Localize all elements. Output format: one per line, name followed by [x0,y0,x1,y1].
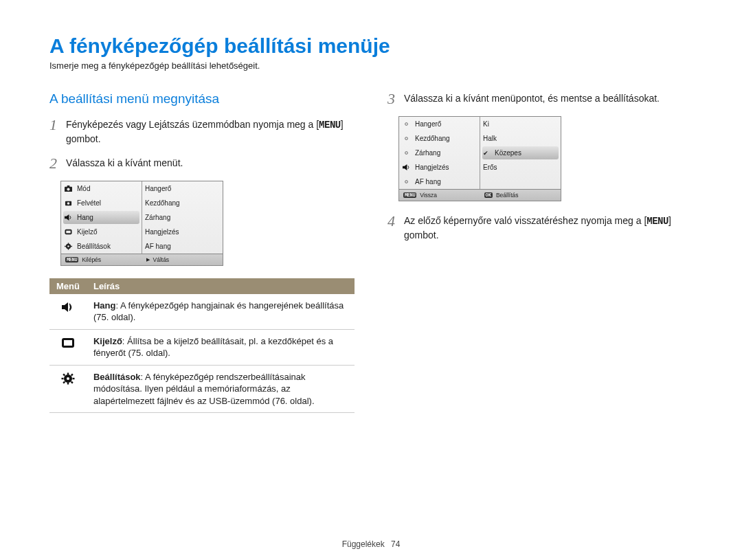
svg-marker-30 [403,164,407,170]
camera-menu-screenshot-2: Hangerő Kezdőhang Zárhang Hangjelzés AF … [398,116,561,201]
svg-rect-12 [65,245,66,246]
page-footer: Függelékek 74 [0,539,742,549]
step-number-1: 1 [49,117,66,133]
speaker-icon [49,294,87,330]
svg-point-18 [67,377,69,380]
row-desc: Beállítások: A fényképezőgép rendszerbeá… [87,365,355,413]
footer-section: Függelékek [342,539,385,549]
section-heading: A beállítási menü megnyitása [49,91,355,107]
cam2-option: Ki [480,117,561,131]
step-1-text: Fényképezés vagy Lejátszás üzemmódban ny… [66,117,355,146]
speaker-icon [64,214,73,221]
step-4: 4 Az előző képernyőre való visszatéréshe… [387,214,693,243]
table-row: Hang: A fényképezőgép hangjainak és hang… [49,294,355,330]
svg-point-4 [67,202,70,205]
svg-rect-7 [66,230,70,233]
two-column-layout: A beállítási menü megnyitása 1 Fényképez… [49,91,693,413]
display-icon [64,228,73,236]
right-triangle-icon: ▶ [146,257,150,262]
gear-icon [49,365,87,413]
intro-text: Ismerje meg a fényképezőgép beállítási l… [49,60,693,71]
menu-pill-icon: MENU [65,257,78,262]
cam2-item: Zárhang [399,146,480,160]
footer-page-number: 74 [391,539,400,549]
menu-pill-icon: MENU [403,192,416,198]
cam2-left-pane: Hangerő Kezdőhang Zárhang Hangjelzés AF … [399,117,480,189]
svg-rect-24 [71,381,74,383]
menu-description-table: Menü Leírás Hang: A fényképezőgép hangja… [49,278,355,414]
cam2-item: Kezdőhang [399,131,480,146]
th-desc: Leírás [87,278,355,294]
svg-rect-23 [63,373,65,376]
svg-point-27 [405,123,408,126]
ok-pill-icon: OK [484,192,493,198]
display-icon [49,329,87,365]
cam2-right-pane: Ki Halk Közepes Erős [480,117,561,189]
cam1-footer: MENUKilépés ▶Váltás [61,254,223,265]
cam1-item-display: Kijelző [61,225,142,239]
cam1-option: AF hang [142,239,223,254]
dot-icon [402,149,411,157]
speaker-icon [402,164,411,171]
cam1-option: Zárhang [142,210,223,225]
cam1-item-sound-selected: Hang [63,211,139,224]
svg-rect-25 [71,373,74,376]
menu-key: MENU [647,216,668,227]
camera-icon [64,185,73,192]
cam1-item-capture: Felvétel [61,196,142,210]
cam1-left-pane: Mód Felvétel Hang Kijelző Beállítások [61,181,142,254]
step-2: 2 Válassza ki a kívánt menüt. [49,156,355,171]
svg-rect-16 [64,340,72,346]
gear-icon [64,243,73,250]
camera-small-icon [64,199,73,207]
svg-rect-13 [71,245,72,246]
camera-menu-screenshot-1: Mód Felvétel Hang Kijelző Beállítások Ha… [60,181,223,266]
cam2-option: Halk [480,131,561,146]
cam1-item-mode: Mód [61,181,142,196]
svg-rect-1 [67,186,70,188]
menu-key: MENU [319,120,341,131]
svg-rect-20 [67,382,69,384]
right-column: 3 Válassza ki a kívánt menüpontot, és me… [387,91,693,413]
step-3: 3 Válassza ki a kívánt menüpontot, és me… [387,91,693,107]
svg-rect-19 [67,372,69,374]
svg-point-29 [405,152,408,155]
cam2-item: Hangerő [399,117,480,131]
th-menu: Menü [49,278,87,294]
cam1-option: Hangerő [142,181,223,196]
svg-marker-5 [65,214,69,221]
cam1-item-settings: Beállítások [61,239,142,254]
cam2-option-empty [480,175,561,189]
manual-page: A fényképezőgép beállítási menüje Ismerj… [0,0,742,560]
dot-icon [402,178,411,186]
cam2-item: AF hang [399,175,480,189]
dot-icon [402,120,411,128]
step-3-text: Válassza ki a kívánt menüpontot, és ment… [404,91,693,105]
page-title: A fényképezőgép beállítási menüje [49,34,693,58]
dot-icon [402,135,411,142]
svg-point-31 [405,181,408,183]
svg-rect-22 [72,378,74,379]
table-row: Beállítások: A fényképezőgép rendszerbeá… [49,365,355,413]
svg-rect-21 [61,378,63,379]
svg-point-2 [67,188,69,190]
cam1-option: Hangjelzés [142,225,223,239]
step-2-text: Válassza ki a kívánt menüt. [66,156,355,170]
svg-point-28 [405,137,408,140]
step-number-3: 3 [387,91,404,107]
row-desc: Hang: A fényképezőgép hangjainak és hang… [87,294,355,330]
table-row: Kijelző: Állítsa be a kijelző beállítása… [49,329,355,365]
cam1-right-pane: Hangerő Kezdőhang Zárhang Hangjelzés AF … [142,181,223,254]
cam2-option-selected: Közepes [482,146,559,159]
svg-rect-10 [68,243,69,244]
left-column: A beállítási menü megnyitása 1 Fényképez… [49,91,355,413]
step-4-text: Az előző képernyőre való visszatéréshez … [404,214,693,243]
cam2-option: Erős [480,160,561,175]
svg-rect-11 [68,248,69,249]
svg-marker-14 [62,302,68,312]
row-desc: Kijelző: Állítsa be a kijelző beállítása… [87,329,355,365]
svg-point-9 [67,245,69,247]
step-number-2: 2 [49,156,66,171]
cam1-option: Kezdőhang [142,196,223,210]
cam2-footer: MENUVissza OKBeállítás [399,189,561,201]
